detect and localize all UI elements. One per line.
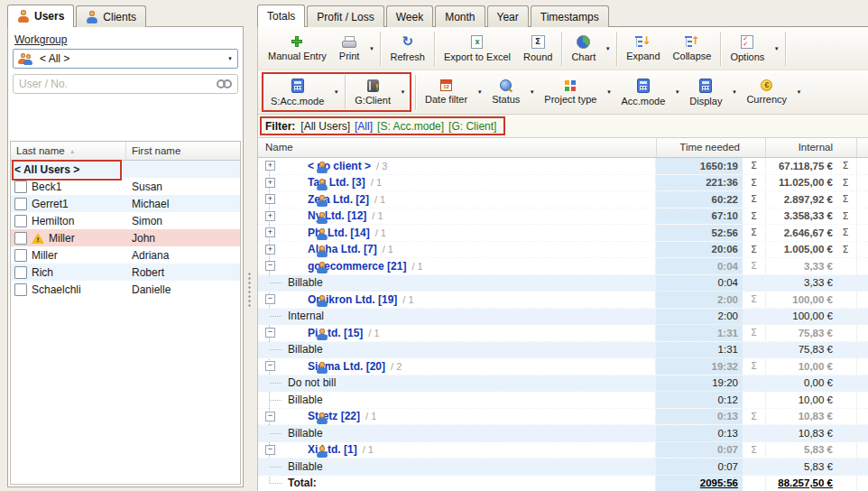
total-row[interactable]: Total:2095:5688.257,50 € bbox=[258, 476, 868, 491]
user-checkbox[interactable] bbox=[14, 198, 27, 210]
date-filter-dropdown-arrow[interactable] bbox=[474, 75, 485, 109]
date-filter-button[interactable]: Date filter bbox=[419, 72, 474, 112]
g-client-button[interactable]: G:Client bbox=[348, 72, 397, 112]
client-row-no-client[interactable]: < no client >/ 31650:19Σ67.118,75 €Σ bbox=[258, 158, 868, 175]
user-first-name: Adriana bbox=[132, 249, 169, 262]
column-header-internal[interactable]: Internal bbox=[766, 138, 856, 157]
client-row-phi-ltd-14[interactable]: Phi Ltd. [14]/ 152:56Σ2.646,67 €Σ bbox=[258, 225, 868, 242]
chart-button[interactable]: Chart bbox=[565, 29, 602, 69]
client-row-sigma-ltd-20[interactable]: Sigma Ltd. [20]/ 219:32Σ10,00 € bbox=[258, 358, 868, 375]
tab-year[interactable]: Year bbox=[487, 5, 529, 27]
display-dropdown-arrow[interactable] bbox=[728, 75, 740, 109]
expand-toggle[interactable] bbox=[265, 161, 275, 171]
collapse-toggle[interactable] bbox=[265, 361, 275, 371]
client-row-zeta-ltd-2[interactable]: Zeta Ltd. [2]/ 160:22Σ2.897,92 €Σ bbox=[258, 191, 868, 208]
g-client-dropdown-arrow[interactable] bbox=[397, 75, 409, 109]
panel-splitter[interactable] bbox=[244, 5, 257, 491]
s-acc-mode-dropdown-arrow[interactable] bbox=[330, 75, 342, 109]
subtype-row-internal[interactable]: Internal2:00100,00 € bbox=[258, 309, 868, 326]
collapse-button[interactable]: Collapse bbox=[667, 29, 718, 69]
tab-month[interactable]: Month bbox=[435, 5, 485, 27]
subtype-label: Billable bbox=[288, 394, 323, 406]
print-button[interactable]: Print bbox=[333, 29, 366, 69]
expand-toggle[interactable] bbox=[265, 194, 275, 204]
tab-clients[interactable]: Clients bbox=[76, 5, 146, 27]
user-checkbox[interactable] bbox=[14, 266, 27, 279]
collapse-toggle[interactable] bbox=[265, 294, 275, 304]
tab-totals[interactable]: Totals bbox=[257, 5, 305, 27]
client-row-tau-ltd-3[interactable]: Tau Ltd. [3]/ 1221:36Σ11.025,00 €Σ bbox=[258, 175, 868, 192]
user-row-all-users[interactable]: < All Users > bbox=[11, 161, 240, 178]
collapse-toggle[interactable] bbox=[265, 445, 275, 455]
expand-toggle[interactable] bbox=[265, 227, 275, 237]
user-row-rich[interactable]: RichRobert bbox=[11, 264, 240, 281]
currency-dropdown-arrow[interactable] bbox=[793, 75, 805, 109]
currency-button[interactable]: Currency bbox=[740, 72, 793, 112]
subtype-row-billable[interactable]: Billable0:1310,83 € bbox=[258, 425, 868, 442]
subtype-label: Do not bill bbox=[288, 376, 336, 389]
column-header-last-name[interactable]: Last name bbox=[11, 142, 126, 160]
user-row-miller[interactable]: MillerAdriana bbox=[11, 246, 240, 264]
acc-mode-dropdown-arrow[interactable] bbox=[671, 75, 683, 109]
collapse-toggle[interactable] bbox=[265, 261, 275, 271]
column-header-name[interactable]: Name bbox=[258, 138, 656, 157]
user-checkbox[interactable] bbox=[14, 283, 27, 296]
acc-mode-button[interactable]: Acc.mode bbox=[614, 72, 671, 112]
internal-value: 11.025,00 € bbox=[779, 177, 833, 188]
user-row-miller[interactable]: MillerJohn bbox=[11, 229, 240, 246]
status-dropdown-arrow[interactable] bbox=[526, 75, 538, 109]
subtype-row-billable[interactable]: Billable0:075,83 € bbox=[258, 459, 868, 476]
chevron-down-icon[interactable] bbox=[227, 56, 233, 61]
binoculars-icon[interactable] bbox=[217, 79, 232, 88]
collapse-toggle[interactable] bbox=[265, 412, 275, 422]
subtype-row-billable[interactable]: Billable1:3175,83 € bbox=[258, 342, 868, 359]
status-button[interactable]: Status bbox=[485, 72, 526, 112]
tab-week[interactable]: Week bbox=[386, 5, 433, 27]
user-row-gerret1[interactable]: Gerret1Michael bbox=[11, 195, 240, 212]
time-needed-value: 2095:56 bbox=[700, 477, 738, 488]
user-row-hemilton[interactable]: HemiltonSimon bbox=[11, 212, 240, 229]
expand-toggle[interactable] bbox=[265, 178, 275, 188]
chart-dropdown-arrow[interactable] bbox=[602, 32, 614, 66]
tab-users[interactable]: Users bbox=[7, 5, 74, 27]
client-row-ny-ltd-12[interactable]: Ny Ltd. [12]/ 167:10Σ3.358,33 €Σ bbox=[258, 208, 868, 226]
display-button[interactable]: Display bbox=[683, 72, 728, 112]
client-row-alpha-ltd-7[interactable]: Alpha Ltd. [7]/ 120:06Σ1.005,00 €Σ bbox=[258, 242, 868, 259]
client-row-go-ecommerce-21[interactable]: go ecommerce [21]/ 10:04Σ3,33 € bbox=[258, 258, 868, 275]
user-row-beck1[interactable]: Beck1Susan bbox=[11, 178, 240, 195]
expand-button[interactable]: Expand bbox=[620, 29, 666, 69]
refresh-button[interactable]: Refresh bbox=[383, 29, 431, 69]
user-checkbox[interactable] bbox=[14, 181, 27, 193]
s-acc-mode-button[interactable]: S:Acc.mode bbox=[264, 72, 330, 112]
round-button[interactable]: Round bbox=[517, 29, 559, 69]
manual-entry-button[interactable]: Manual Entry bbox=[262, 29, 333, 69]
user-search-field[interactable]: User / No. bbox=[13, 74, 238, 94]
column-header-edge bbox=[856, 138, 868, 157]
client-person-icon bbox=[316, 412, 328, 424]
workgroup-select[interactable]: < All > bbox=[13, 49, 238, 69]
project-type-button[interactable]: Project type bbox=[538, 72, 603, 112]
project-type-dropdown-arrow[interactable] bbox=[603, 75, 614, 109]
options-button[interactable]: Options bbox=[724, 29, 771, 69]
tab-profit-loss[interactable]: Profit / Loss bbox=[307, 5, 383, 27]
user-checkbox[interactable] bbox=[14, 215, 27, 227]
options-dropdown-arrow[interactable] bbox=[771, 32, 782, 66]
subtype-row-billable[interactable]: Billable0:043,33 € bbox=[258, 275, 868, 292]
user-row-schaelchli[interactable]: SchaelchliDanielle bbox=[11, 281, 240, 298]
export-to-excel-button[interactable]: Export to Excel bbox=[438, 29, 517, 69]
collapse-toggle[interactable] bbox=[265, 328, 275, 338]
subtype-row-do-not-bill[interactable]: Do not bill19:200,00 € bbox=[258, 375, 868, 393]
client-row-omikron-ltd-19[interactable]: Omikron Ltd. [19]/ 12:00Σ100,00 € bbox=[258, 292, 868, 309]
column-header-first-name[interactable]: First name bbox=[126, 142, 240, 160]
subtype-row-billable[interactable]: Billable0:1210,00 € bbox=[258, 392, 868, 409]
tab-timestamps[interactable]: Timestamps bbox=[531, 5, 609, 27]
client-row-stretz-22[interactable]: Stretz [22]/ 10:13Σ10,83 € bbox=[258, 409, 868, 426]
column-header-time-needed[interactable]: Time needed bbox=[656, 138, 766, 157]
user-checkbox[interactable] bbox=[14, 232, 27, 245]
expand-toggle[interactable] bbox=[265, 245, 275, 255]
user-checkbox[interactable] bbox=[14, 249, 27, 262]
client-row-pi-ltd-15[interactable]: Pi Ltd. [15]/ 11:31Σ75,83 € bbox=[258, 325, 868, 342]
print-dropdown-arrow[interactable] bbox=[365, 32, 377, 66]
client-row-xi-ltd-1[interactable]: Xi Ltd. [1]/ 10:07Σ5,83 € bbox=[258, 442, 868, 459]
expand-toggle[interactable] bbox=[265, 211, 275, 221]
